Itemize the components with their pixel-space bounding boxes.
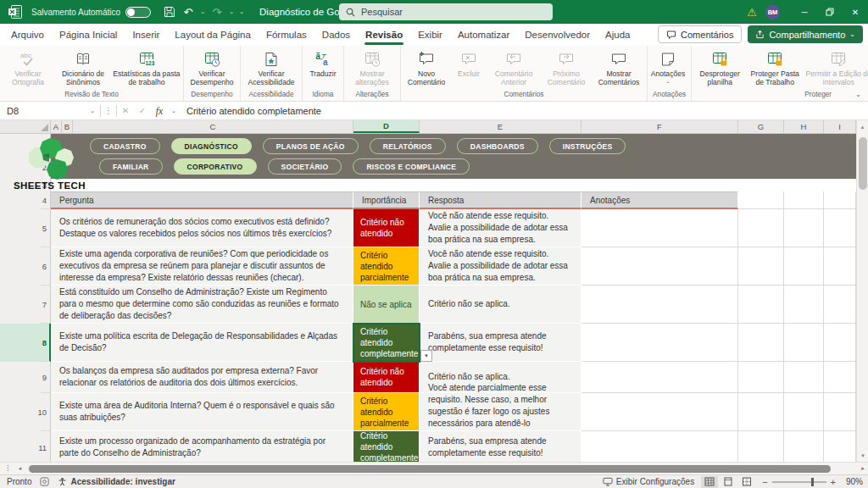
- annotation-cell-row10[interactable]: [581, 393, 738, 431]
- empty-cell[interactable]: [738, 431, 784, 462]
- empty-cell[interactable]: [784, 393, 824, 431]
- zoom-level[interactable]: 90%: [843, 477, 863, 486]
- zoom-out-icon[interactable]: −: [762, 477, 767, 487]
- verificar-acessibilidade-button[interactable]: Verificar Acessibilidade⌄: [242, 47, 300, 90]
- proteger-pasta-de-trabalho-button[interactable]: Proteger Pasta de Trabalho: [746, 47, 804, 90]
- formula-input[interactable]: Critério atendido completamente: [180, 106, 868, 116]
- row-header-10[interactable]: 10: [4, 393, 47, 431]
- display-settings-button[interactable]: Exibir Configurações: [603, 477, 694, 486]
- autosave-toggle[interactable]: [125, 7, 151, 18]
- menu-tab-inserir[interactable]: Inserir: [125, 24, 167, 46]
- zoom-in-icon[interactable]: +: [831, 477, 836, 487]
- horizontal-scrollbar-track[interactable]: [25, 463, 856, 474]
- question-cell-row10[interactable]: Existe uma área de Auditoria Interna? Qu…: [51, 393, 353, 431]
- empty-cell[interactable]: [824, 393, 856, 431]
- column-header-c[interactable]: C: [73, 120, 353, 133]
- estatisticas-da-pasta-de-trabalho-button[interactable]: 123Estatísticas da pasta de trabalho: [112, 47, 181, 90]
- empty-cell[interactable]: [824, 191, 856, 209]
- question-cell-row7[interactable]: Está constituído um Conselho de Administ…: [51, 286, 353, 324]
- accessibility-status[interactable]: Acessibilidade: investigar: [58, 477, 175, 486]
- page-break-view-icon[interactable]: [738, 476, 755, 488]
- sheet-tab-scroll-icon[interactable]: ⁞: [7, 464, 10, 473]
- nav-pill-riscos-e-compliance[interactable]: RISCOS E COMPLIANCE: [353, 158, 470, 175]
- menu-tab-revisao[interactable]: Revisão: [358, 24, 410, 46]
- mostrar-comentarios-button[interactable]: Mostrar Comentários: [593, 47, 645, 90]
- desproteger-planilha-button[interactable]: Desproteger planilha: [693, 47, 746, 90]
- nav-pill-diagnostico[interactable]: DIAGNÓSTICO: [171, 138, 252, 154]
- empty-cell[interactable]: [824, 286, 856, 324]
- menu-tab-exibir[interactable]: Exibir: [410, 24, 450, 46]
- vertical-scroll-up-icon[interactable]: ▲: [856, 120, 868, 134]
- annotation-cell-row11[interactable]: [581, 431, 738, 462]
- avatar[interactable]: BM: [765, 5, 780, 19]
- scroll-right-icon[interactable]: ▸: [858, 465, 868, 472]
- importance-cell-row5[interactable]: Critério não atendido: [353, 209, 420, 247]
- empty-cell[interactable]: [824, 431, 856, 462]
- menu-tab-pagina-inicial[interactable]: Página Inicial: [52, 24, 125, 46]
- importance-cell-row7[interactable]: Não se aplica: [353, 286, 420, 324]
- annotation-cell-row8[interactable]: [581, 324, 738, 362]
- annotation-cell-row9[interactable]: [581, 362, 738, 393]
- warning-icon[interactable]: ⚠: [747, 6, 757, 19]
- annotation-cell-row6[interactable]: [581, 247, 738, 286]
- nav-pill-planos-de-acao[interactable]: PLANOS DE AÇÃO: [263, 138, 359, 154]
- empty-cell[interactable]: [824, 247, 856, 286]
- nav-pill-dashboards[interactable]: DASHBOARDS: [457, 138, 538, 154]
- undo-icon[interactable]: ↶: [180, 3, 197, 21]
- importance-cell-row10[interactable]: Critério atendido parcialmente: [353, 393, 420, 431]
- menu-tab-dados[interactable]: Dados: [314, 24, 358, 46]
- question-cell-row6[interactable]: Existe uma agenda corporativa de reuniõe…: [51, 247, 353, 286]
- minimize-icon[interactable]: ─: [792, 0, 817, 24]
- column-header-i[interactable]: I: [824, 120, 856, 133]
- empty-cell[interactable]: [738, 191, 784, 209]
- normal-view-icon[interactable]: [701, 476, 718, 488]
- column-header-e[interactable]: E: [420, 120, 581, 133]
- column-header-g[interactable]: G: [738, 120, 784, 133]
- vertical-scrollbar[interactable]: ▼: [856, 134, 868, 462]
- comments-button[interactable]: Comentários: [658, 25, 742, 43]
- nav-pill-corporativo[interactable]: CORPORATIVO: [174, 158, 257, 175]
- question-cell-row11[interactable]: Existe um processo organizado de acompan…: [51, 431, 353, 462]
- table-header-resposta[interactable]: Resposta: [420, 191, 581, 209]
- close-icon[interactable]: ✕: [843, 0, 868, 24]
- question-cell-row8[interactable]: Existe uma política escrita de Delegação…: [51, 324, 353, 362]
- empty-cell[interactable]: [738, 247, 784, 286]
- response-cell-row8[interactable]: Parabéns, sua empresa atende completamen…: [420, 324, 581, 362]
- response-cell-row6[interactable]: Você não atende esse requisito. Avalie a…: [420, 247, 581, 286]
- undo-dropdown-icon[interactable]: ⌄: [198, 3, 207, 21]
- empty-cell[interactable]: [784, 247, 824, 286]
- row-header-5[interactable]: 5: [4, 209, 47, 247]
- zoom-slider-thumb[interactable]: [811, 478, 814, 486]
- data-validation-dropdown-icon[interactable]: ▼: [420, 350, 432, 362]
- vertical-scrollbar-thumb[interactable]: [859, 137, 867, 190]
- vertical-scroll-down-icon[interactable]: ▼: [857, 450, 868, 462]
- menu-tab-formulas[interactable]: Fórmulas: [259, 24, 314, 46]
- collapse-ribbon-icon[interactable]: ⌄: [855, 91, 861, 98]
- scroll-left-icon[interactable]: ◂: [15, 465, 25, 472]
- column-header-d[interactable]: D: [353, 120, 420, 133]
- page-layout-view-icon[interactable]: [720, 476, 737, 488]
- insert-function-icon[interactable]: fx: [151, 106, 168, 116]
- empty-cell[interactable]: [738, 324, 784, 362]
- table-header-anotacoes[interactable]: Anotações: [581, 191, 738, 209]
- question-cell-row9[interactable]: Os balanços da empresa são auditados por…: [51, 362, 353, 393]
- empty-cell[interactable]: [784, 362, 824, 393]
- row-header-7[interactable]: 7: [4, 286, 47, 324]
- importance-cell-row11[interactable]: Critério atendido completamente: [353, 431, 420, 462]
- select-all-corner[interactable]: [0, 120, 51, 133]
- row-header-9[interactable]: 9: [4, 362, 47, 393]
- menu-tab-arquivo[interactable]: Arquivo: [3, 24, 52, 46]
- empty-cell[interactable]: [824, 209, 856, 247]
- zoom-slider[interactable]: [772, 481, 826, 483]
- importance-cell-row6[interactable]: Critério atendido parcialmente: [353, 247, 420, 286]
- row-header-11[interactable]: 11: [4, 431, 47, 462]
- importance-cell-row8[interactable]: Critério atendido completamente: [353, 324, 420, 362]
- restore-icon[interactable]: [817, 0, 843, 24]
- nav-pill-relatorios[interactable]: RELATÓRIOS: [370, 138, 446, 154]
- empty-cell[interactable]: [824, 362, 856, 393]
- verificar-desempenho-button[interactable]: Verificar Desempenho: [186, 47, 238, 90]
- menu-tab-layout-da-pagina[interactable]: Layout da Página: [167, 24, 259, 46]
- save-icon[interactable]: [161, 3, 178, 21]
- search-input[interactable]: Pesquisar: [339, 3, 553, 20]
- response-cell-row11[interactable]: Parabéns, sua empresa atende completamen…: [420, 431, 581, 462]
